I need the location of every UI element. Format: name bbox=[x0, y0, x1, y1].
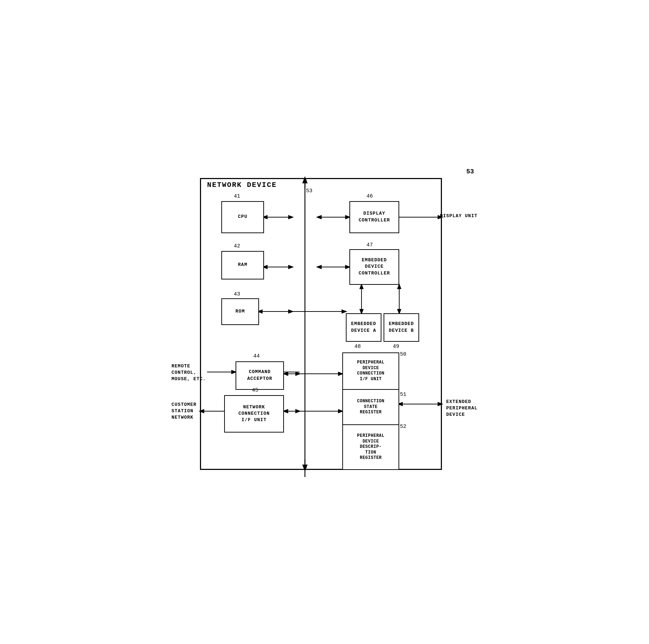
display-unit-label: DISPLAY UNIT bbox=[440, 213, 477, 219]
display-controller-block: DISPLAYCONTROLLER bbox=[349, 201, 399, 233]
extended-peripheral-label: EXTENDEDPERIPHERALDEVICE bbox=[446, 399, 477, 418]
ref-44: 44 bbox=[253, 353, 260, 359]
network-connection-block: NETWORKCONNECTIONI/F UNIT bbox=[224, 395, 284, 433]
embedded-device-b-block: EMBEDDEDDEVICE B bbox=[384, 313, 419, 342]
ref-42: 42 bbox=[234, 243, 240, 249]
customer-station-label: CUSTOMERSTATIONNETWORK bbox=[172, 402, 196, 421]
embedded-device-a-block: EMBEDDEDDEVICE A bbox=[346, 313, 381, 342]
rom-block: ROM bbox=[221, 298, 259, 325]
ref-49: 49 bbox=[393, 344, 399, 350]
command-acceptor-block: COMMANDACCEPTOR bbox=[236, 361, 284, 390]
ref-51: 51 bbox=[400, 392, 406, 398]
cpu-block: CPU bbox=[221, 201, 264, 233]
main-title: NETWORK DEVICE bbox=[207, 181, 277, 189]
ref-40: 53 bbox=[466, 168, 474, 175]
ref-52: 52 bbox=[400, 424, 406, 430]
ref-46: 46 bbox=[366, 193, 373, 199]
ref-53: 53 bbox=[306, 188, 312, 194]
peripheral-outer-box: PERIPHERALDEVICECONNECTIONI/F UNIT CONNE… bbox=[342, 352, 399, 470]
ref-48: 48 bbox=[354, 344, 361, 350]
ref-43: 43 bbox=[234, 291, 240, 297]
ref-41: 41 bbox=[234, 193, 240, 199]
ram-block: RAM bbox=[221, 251, 264, 279]
ref-47: 47 bbox=[366, 242, 373, 248]
embedded-controller-block: EMBEDDEDDEVICECONTROLLER bbox=[349, 249, 399, 285]
ref-50: 50 bbox=[400, 351, 406, 357]
ref-45: 45 bbox=[252, 387, 258, 393]
remote-control-label: REMOTECONTROL,MOUSE, ETC. bbox=[172, 363, 206, 383]
diagram: 53 NETWORK DEVICE bbox=[172, 167, 477, 477]
